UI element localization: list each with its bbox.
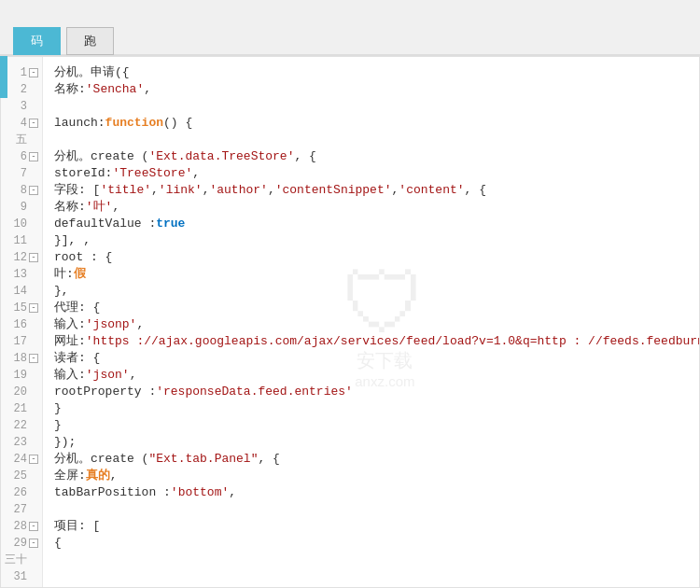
code-line: root : { (43, 249, 699, 266)
code-line: rootProperty : 'responseData.feed.entrie… (43, 384, 699, 400)
code-line: 叶: 假 (43, 266, 699, 283)
fold-icon[interactable]: - (29, 68, 38, 77)
line-number: 22 (1, 417, 42, 434)
code-line (43, 552, 699, 568)
code-line: }, (43, 283, 699, 300)
line-number: 28- (1, 518, 42, 535)
code-line: 分机。create ("Ext.tab.Panel" , { (43, 451, 699, 468)
code-line: } (43, 400, 699, 417)
line-number: 13 (1, 266, 42, 283)
line-numbers: 1-234-五6-78-9101112-131415-161718-192021… (1, 57, 43, 587)
fold-icon[interactable]: - (29, 455, 38, 464)
code-line: 名称: 'Sencha' , (43, 81, 699, 98)
left-accent-bar (0, 56, 7, 98)
fold-icon[interactable]: - (29, 152, 38, 161)
code-line: tabBarPosition : 'bottom' , (43, 484, 699, 501)
line-number: 25 (1, 468, 42, 484)
line-number: 五 (1, 132, 42, 148)
line-number: 15- (1, 300, 42, 316)
code-line (43, 98, 699, 115)
line-number: 10 (1, 216, 42, 232)
line-number: 20 (1, 384, 42, 400)
fold-icon[interactable]: - (29, 119, 38, 128)
code-line: launch: function () { (43, 115, 699, 132)
code-line: 网址: 'https ://ajax.googleapis.com/ajax/s… (43, 333, 699, 350)
line-number: 21 (1, 400, 42, 417)
code-line: 全屏: 真的, (43, 468, 699, 484)
line-number: 12- (1, 249, 42, 266)
code-line (43, 501, 699, 518)
line-number: 4- (1, 115, 42, 132)
line-number: 3 (1, 98, 42, 115)
toolbar-wrapper: 码 跑 (0, 0, 700, 56)
line-number: 23 (1, 434, 42, 451)
line-number: 19 (1, 367, 42, 384)
code-line: }); (43, 434, 699, 451)
code-line: storeId: 'TreeStore' , (43, 165, 699, 182)
code-line: } (43, 417, 699, 434)
code-line (43, 568, 699, 585)
line-number: 8- (1, 182, 42, 199)
code-line: 输入: 'json' , (43, 367, 699, 384)
line-number: 6- (1, 148, 42, 165)
line-number: 11 (1, 232, 42, 249)
code-line: { (43, 535, 699, 552)
line-number: 三十 (1, 552, 42, 568)
tab-code[interactable]: 码 (13, 27, 61, 55)
editor-container: 🛡 安下载 anxz.com 1-234-五6-78-9101112-13141… (0, 56, 700, 588)
fold-icon[interactable]: - (29, 186, 38, 195)
line-number: 18- (1, 350, 42, 367)
line-number: 9 (1, 199, 42, 216)
line-number: 14 (1, 283, 42, 300)
line-number: 31 (1, 568, 42, 585)
code-line: 项目: [ (43, 518, 699, 535)
code-line: 名称: '叶' , (43, 199, 699, 216)
code-line: 字段: [ 'title', 'link', 'author', 'conten… (43, 182, 699, 199)
code-line: 分机。申请({ (43, 64, 699, 81)
code-line (43, 132, 699, 148)
line-number: 27 (1, 501, 42, 518)
code-line: }], , (43, 232, 699, 249)
fold-icon[interactable]: - (29, 253, 38, 262)
code-line: defaultValue : true (43, 216, 699, 232)
line-number: 17 (1, 333, 42, 350)
line-number: 26 (1, 484, 42, 501)
fold-icon[interactable]: - (29, 539, 38, 548)
code-line: 读者: { (43, 350, 699, 367)
fold-icon[interactable]: - (29, 354, 38, 363)
line-number: 16 (1, 316, 42, 333)
code-line: 代理: { (43, 300, 699, 316)
fold-icon[interactable]: - (29, 522, 38, 531)
code-line: 分机。create ('Ext.data.TreeStore' , { (43, 148, 699, 165)
fold-icon[interactable]: - (29, 303, 38, 313)
code-area[interactable]: 分机。申请({ 名称: 'Sencha' , launch: function … (43, 57, 699, 587)
line-number: 29- (1, 535, 42, 552)
tab-run[interactable]: 跑 (66, 27, 114, 55)
line-number: 7 (1, 165, 42, 182)
line-number: 24- (1, 451, 42, 468)
code-line: 输入: 'jsonp' , (43, 316, 699, 333)
